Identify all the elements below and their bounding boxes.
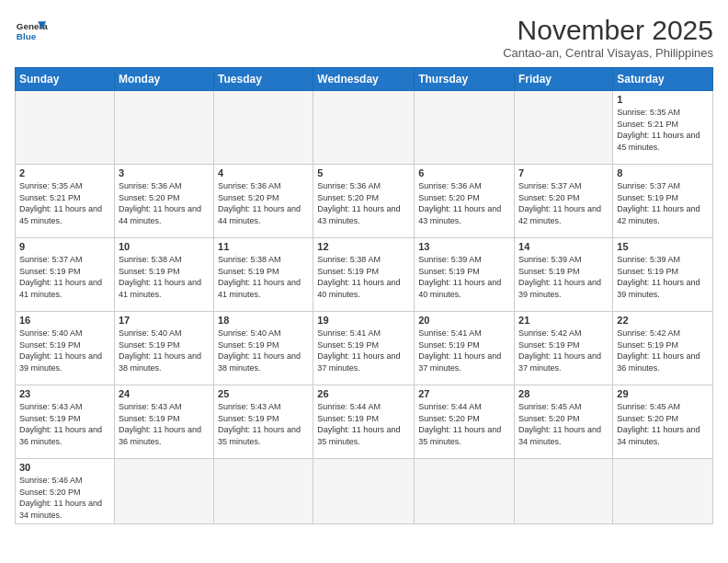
day-cell-4: 4 Sunrise: 5:36 AMSunset: 5:20 PMDayligh… xyxy=(214,165,313,238)
empty-cell xyxy=(214,459,313,524)
day-cell-28: 28 Sunrise: 5:45 AMSunset: 5:20 PMDaylig… xyxy=(515,385,613,459)
empty-cell xyxy=(114,459,213,524)
logo-icon: General Blue xyxy=(15,15,48,48)
day-cell-29: 29 Sunrise: 5:45 AMSunset: 5:20 PMDaylig… xyxy=(613,385,713,459)
day-cell-25: 25 Sunrise: 5:43 AMSunset: 5:19 PMDaylig… xyxy=(214,385,313,459)
day-cell-10: 10 Sunrise: 5:38 AMSunset: 5:19 PMDaylig… xyxy=(114,238,213,312)
table-row: 16 Sunrise: 5:40 AMSunset: 5:19 PMDaylig… xyxy=(16,312,713,385)
empty-cell xyxy=(313,91,415,165)
day-cell-9: 9 Sunrise: 5:37 AMSunset: 5:19 PMDayligh… xyxy=(16,238,115,312)
page-header: General Blue November 2025 Cantao-an, Ce… xyxy=(15,15,713,60)
empty-cell xyxy=(16,91,115,165)
day-cell-5: 5 Sunrise: 5:36 AMSunset: 5:20 PMDayligh… xyxy=(313,165,415,238)
table-row: 23 Sunrise: 5:43 AMSunset: 5:19 PMDaylig… xyxy=(16,385,713,459)
empty-cell xyxy=(613,459,713,524)
day-cell-12: 12 Sunrise: 5:38 AMSunset: 5:19 PMDaylig… xyxy=(313,238,415,312)
day-cell-19: 19 Sunrise: 5:41 AMSunset: 5:19 PMDaylig… xyxy=(313,312,415,385)
day-cell-11: 11 Sunrise: 5:38 AMSunset: 5:19 PMDaylig… xyxy=(214,238,313,312)
day-cell-18: 18 Sunrise: 5:40 AMSunset: 5:19 PMDaylig… xyxy=(214,312,313,385)
title-area: November 2025 Cantao-an, Central Visayas… xyxy=(503,15,713,60)
day-cell-26: 26 Sunrise: 5:44 AMSunset: 5:19 PMDaylig… xyxy=(313,385,415,459)
header-wednesday: Wednesday xyxy=(313,68,415,91)
header-thursday: Thursday xyxy=(415,68,515,91)
table-row: 1 Sunrise: 5:35 AM Sunset: 5:21 PM Dayli… xyxy=(16,91,713,165)
day-cell-14: 14 Sunrise: 5:39 AMSunset: 5:19 PMDaylig… xyxy=(515,238,613,312)
table-row: 30 Sunrise: 5:46 AMSunset: 5:20 PMDaylig… xyxy=(16,459,713,524)
day-cell-23: 23 Sunrise: 5:43 AMSunset: 5:19 PMDaylig… xyxy=(16,385,115,459)
logo: General Blue xyxy=(15,15,48,48)
empty-cell xyxy=(515,459,613,524)
day-cell-2: 2 Sunrise: 5:35 AMSunset: 5:21 PMDayligh… xyxy=(16,165,115,238)
calendar-table: Sunday Monday Tuesday Wednesday Thursday… xyxy=(15,67,713,524)
location-title: Cantao-an, Central Visayas, Philippines xyxy=(503,46,713,60)
day-cell-7: 7 Sunrise: 5:37 AMSunset: 5:20 PMDayligh… xyxy=(515,165,613,238)
day-cell-22: 22 Sunrise: 5:42 AMSunset: 5:19 PMDaylig… xyxy=(613,312,713,385)
day-cell-13: 13 Sunrise: 5:39 AMSunset: 5:19 PMDaylig… xyxy=(415,238,515,312)
day-cell-1: 1 Sunrise: 5:35 AM Sunset: 5:21 PM Dayli… xyxy=(613,91,713,165)
empty-cell xyxy=(313,459,415,524)
day-cell-3: 3 Sunrise: 5:36 AMSunset: 5:20 PMDayligh… xyxy=(114,165,213,238)
empty-cell xyxy=(415,91,515,165)
day-cell-27: 27 Sunrise: 5:44 AMSunset: 5:20 PMDaylig… xyxy=(415,385,515,459)
month-title: November 2025 xyxy=(503,15,713,46)
empty-cell xyxy=(515,91,613,165)
weekday-header-row: Sunday Monday Tuesday Wednesday Thursday… xyxy=(16,68,713,91)
empty-cell xyxy=(114,91,213,165)
day-cell-6: 6 Sunrise: 5:36 AMSunset: 5:20 PMDayligh… xyxy=(415,165,515,238)
svg-text:Blue: Blue xyxy=(17,31,37,41)
day-cell-17: 17 Sunrise: 5:40 AMSunset: 5:19 PMDaylig… xyxy=(114,312,213,385)
day-cell-15: 15 Sunrise: 5:39 AMSunset: 5:19 PMDaylig… xyxy=(613,238,713,312)
day-cell-20: 20 Sunrise: 5:41 AMSunset: 5:19 PMDaylig… xyxy=(415,312,515,385)
day-cell-16: 16 Sunrise: 5:40 AMSunset: 5:19 PMDaylig… xyxy=(16,312,115,385)
table-row: 9 Sunrise: 5:37 AMSunset: 5:19 PMDayligh… xyxy=(16,238,713,312)
day-cell-24: 24 Sunrise: 5:43 AMSunset: 5:19 PMDaylig… xyxy=(114,385,213,459)
empty-cell xyxy=(415,459,515,524)
empty-cell xyxy=(214,91,313,165)
header-monday: Monday xyxy=(114,68,213,91)
header-friday: Friday xyxy=(515,68,613,91)
day-cell-30: 30 Sunrise: 5:46 AMSunset: 5:20 PMDaylig… xyxy=(16,459,115,524)
header-saturday: Saturday xyxy=(613,68,713,91)
table-row: 2 Sunrise: 5:35 AMSunset: 5:21 PMDayligh… xyxy=(16,165,713,238)
day-cell-8: 8 Sunrise: 5:37 AMSunset: 5:19 PMDayligh… xyxy=(613,165,713,238)
header-tuesday: Tuesday xyxy=(214,68,313,91)
header-sunday: Sunday xyxy=(16,68,115,91)
day-cell-21: 21 Sunrise: 5:42 AMSunset: 5:19 PMDaylig… xyxy=(515,312,613,385)
